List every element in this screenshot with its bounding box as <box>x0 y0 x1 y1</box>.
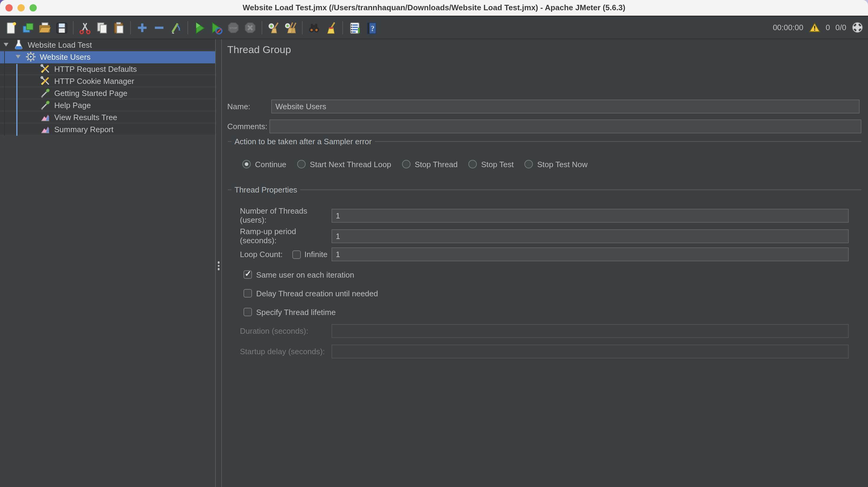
paste-icon <box>112 21 125 34</box>
search-reset-button[interactable] <box>324 20 338 35</box>
tree-item-help-page[interactable]: Help Page <box>0 99 215 112</box>
active-threads-icon <box>852 22 863 33</box>
duration-input[interactable] <box>332 324 849 338</box>
cut-button[interactable] <box>78 20 92 35</box>
radio-label: Stop Test Now <box>537 160 587 169</box>
radio-icon[interactable] <box>297 160 306 168</box>
tree-item-label: HTTP Cookie Manager <box>54 76 134 85</box>
toggle-button[interactable] <box>169 20 183 35</box>
page-title: Thread Group <box>227 44 291 56</box>
tree-item-label: Website Load Test <box>28 40 92 49</box>
startup-delay-input[interactable] <box>332 345 849 359</box>
open-file-icon <box>38 21 51 34</box>
specify-lifetime-checkbox[interactable] <box>244 308 252 316</box>
window-controls <box>5 0 37 16</box>
delay-creation-checkbox[interactable] <box>244 289 252 297</box>
radio-option-start-next-thread-loop[interactable]: Start Next Thread Loop <box>297 160 391 169</box>
templates-button[interactable] <box>21 20 35 35</box>
toolbar-separator <box>261 21 262 34</box>
remove-icon <box>153 21 166 34</box>
new-file-button[interactable] <box>4 20 18 35</box>
tree-item-http-request-defaults[interactable]: HTTP Request Defaults <box>0 63 215 76</box>
caret-down-icon[interactable] <box>2 43 10 47</box>
name-input[interactable] <box>271 99 860 113</box>
specify-lifetime-row[interactable]: Specify Thread lifetime <box>244 307 336 317</box>
radio-icon[interactable] <box>524 160 533 168</box>
radio-icon[interactable] <box>242 160 251 168</box>
duration-row: Duration (seconds): <box>240 324 849 338</box>
paste-button[interactable] <box>112 20 126 35</box>
name-label: Name: <box>227 102 271 111</box>
stop-icon: STOP <box>227 21 240 34</box>
radio-icon[interactable] <box>402 160 410 168</box>
comments-input[interactable] <box>270 119 861 133</box>
comments-label: Comments: <box>227 122 270 131</box>
listener-icon <box>40 112 51 122</box>
same-user-checkbox[interactable] <box>244 270 252 279</box>
name-row: Name: <box>227 99 860 113</box>
minimize-icon[interactable] <box>18 4 25 11</box>
start-no-pauses-button[interactable] <box>209 20 224 35</box>
search-button[interactable] <box>307 20 321 35</box>
tree-item-getting-started-page[interactable]: Getting Started Page <box>0 87 215 99</box>
start-button[interactable] <box>192 20 207 35</box>
tree-item-label: View Results Tree <box>54 113 117 122</box>
radio-icon[interactable] <box>469 160 477 168</box>
copy-button[interactable] <box>95 20 109 35</box>
test-timer: 00:00:00 <box>773 23 803 32</box>
tree-item-website-users[interactable]: Website Users <box>0 51 215 63</box>
add-icon <box>135 21 149 34</box>
config-element-icon <box>40 63 51 74</box>
stop-button[interactable]: STOP <box>226 20 241 35</box>
add-button[interactable] <box>135 20 150 35</box>
radio-option-stop-test-now[interactable]: Stop Test Now <box>524 160 587 169</box>
tree-item-summary-report[interactable]: Summary Report <box>0 124 215 136</box>
divider-grip-icon[interactable] <box>218 261 220 270</box>
sampler-icon <box>40 87 51 98</box>
tree-item-website-load-test[interactable]: Website Load Test <box>0 39 215 51</box>
help-button[interactable]: ? <box>364 20 378 35</box>
tree-item-http-cookie-manager[interactable]: HTTP Cookie Manager <box>0 76 215 87</box>
open-file-button[interactable] <box>37 20 52 35</box>
loop-count-input[interactable] <box>332 248 849 261</box>
toggle-icon <box>169 21 183 34</box>
tree-guide-line-selected <box>16 64 18 136</box>
duration-label: Duration (seconds): <box>240 326 332 336</box>
same-user-label: Same user on each iteration <box>256 270 354 279</box>
radio-option-stop-thread[interactable]: Stop Thread <box>402 160 458 169</box>
thread-properties-fieldset: Thread Properties <box>228 190 861 190</box>
close-icon[interactable] <box>5 4 13 11</box>
toolbar-separator <box>73 21 73 34</box>
split-pane-divider[interactable] <box>215 39 222 487</box>
radio-option-stop-test[interactable]: Stop Test <box>469 160 514 169</box>
remove-button[interactable] <box>152 20 166 35</box>
radio-option-continue[interactable]: Continue <box>242 160 286 169</box>
clear-button[interactable] <box>267 20 281 35</box>
shutdown-button[interactable] <box>243 20 257 35</box>
tree-guide-line <box>4 51 5 136</box>
tree-item-view-results-tree[interactable]: View Results Tree <box>0 112 215 124</box>
infinite-checkbox[interactable] <box>292 250 301 259</box>
caret-down-icon[interactable] <box>14 55 22 59</box>
toolbar: STOP ? 00:00:00 0 0/0 <box>0 16 868 39</box>
tree-item-label: Getting Started Page <box>54 88 127 97</box>
same-user-row[interactable]: Same user on each iteration <box>244 269 354 280</box>
clear-all-button[interactable] <box>283 20 298 35</box>
ramp-up-input[interactable] <box>332 229 849 243</box>
delay-creation-label: Delay Thread creation until needed <box>256 289 378 298</box>
infinite-label: Infinite <box>304 250 328 259</box>
warning-triangle-icon[interactable] <box>809 22 820 33</box>
thread-properties-legend: Thread Properties <box>231 185 300 194</box>
function-helper-button[interactable] <box>347 20 362 35</box>
svg-text:?: ? <box>371 24 374 32</box>
start-icon <box>193 21 206 34</box>
zoom-icon[interactable] <box>30 4 37 11</box>
delay-creation-row[interactable]: Delay Thread creation until needed <box>244 288 378 299</box>
sampler-error-options: Continue Start Next Thread Loop Stop Thr… <box>242 157 588 171</box>
num-threads-input[interactable] <box>332 208 849 222</box>
loop-count-label: Loop Count: <box>240 250 289 259</box>
save-button[interactable] <box>54 20 69 35</box>
thread-group-panel: Thread Group Name: Comments: Action to b… <box>222 39 868 487</box>
svg-text:STOP: STOP <box>229 26 238 29</box>
num-threads-label: Number of Threads (users): <box>240 206 332 225</box>
